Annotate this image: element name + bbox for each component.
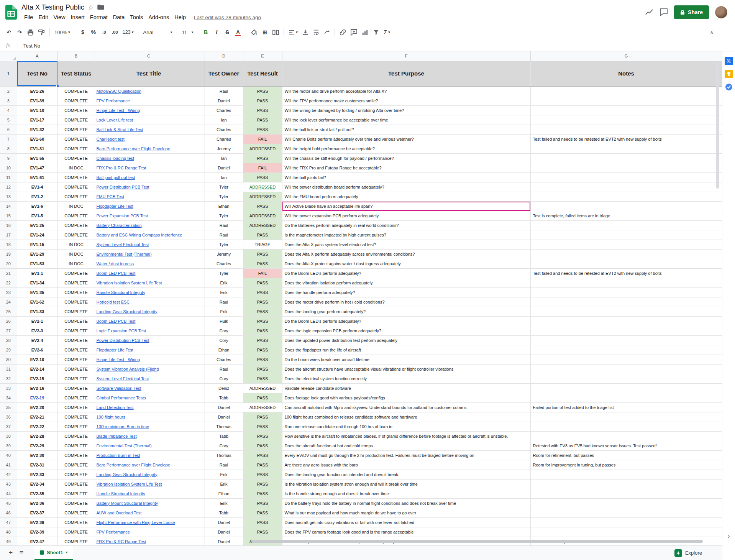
row-header-21[interactable]: 21 bbox=[0, 268, 17, 278]
cell-B47[interactable]: COMPLETE bbox=[57, 517, 95, 527]
cell-A13[interactable]: EV1-2 bbox=[17, 192, 57, 201]
cell-F36[interactable]: 100 flight hours combined on release can… bbox=[282, 412, 530, 422]
cell-E33[interactable]: ADDRESSED bbox=[243, 383, 282, 393]
test-title-link[interactable]: Power Distribution PCB Test bbox=[97, 338, 149, 343]
cell-B36[interactable]: COMPLETE bbox=[57, 412, 95, 422]
cell-E16[interactable]: ADDRESSED bbox=[243, 220, 282, 230]
cell-A38[interactable]: EV2-28 bbox=[17, 431, 57, 441]
row-header-49[interactable]: 49 bbox=[0, 537, 17, 545]
cell-E8[interactable]: ADDRESSED bbox=[243, 144, 282, 153]
cell-G12[interactable] bbox=[530, 182, 722, 192]
row-header-11[interactable]: 11 bbox=[0, 172, 17, 182]
menu-data[interactable]: Data bbox=[110, 13, 128, 21]
sheets-logo-icon[interactable] bbox=[5, 5, 17, 20]
test-title-link[interactable]: Lock Lever Life test bbox=[97, 118, 133, 122]
cell-C43[interactable]: Vibration Isolation System Life Test bbox=[95, 479, 203, 489]
column-header-C[interactable]: C bbox=[95, 51, 203, 61]
row-header-16[interactable]: 16 bbox=[0, 220, 17, 230]
cell-F25[interactable]: Does the landing gear perform adequately… bbox=[282, 307, 530, 316]
test-title-link[interactable]: Vibration Isolation System Life Test bbox=[97, 482, 162, 486]
cell-A10[interactable]: EV1-47 bbox=[17, 163, 57, 172]
filter-icon[interactable] bbox=[371, 27, 381, 37]
cell-E36[interactable]: PASS bbox=[243, 412, 282, 422]
cell-E7[interactable]: FAIL bbox=[243, 134, 282, 144]
cell-D35[interactable]: Daniel bbox=[205, 402, 243, 412]
cell-C47[interactable]: Flight Performance with Ring Lever Loose bbox=[95, 517, 203, 527]
cell-C34[interactable]: Gimbal Performance Tests bbox=[95, 393, 203, 402]
row-header-20[interactable]: 20 bbox=[0, 259, 17, 268]
cell-G1[interactable]: Notes bbox=[530, 61, 722, 86]
cell-A18[interactable]: EV1-15 bbox=[17, 240, 57, 249]
cell-D36[interactable]: Daniel bbox=[205, 412, 243, 422]
cell-A37[interactable]: EV2-22 bbox=[17, 422, 57, 431]
row-header-5[interactable]: 5 bbox=[0, 115, 17, 125]
collapse-toolbar-icon[interactable]: ∧ bbox=[710, 30, 714, 35]
cell-F21[interactable]: Do the Boom LED's perform adequately? bbox=[282, 268, 530, 278]
insert-comment-button[interactable] bbox=[349, 27, 359, 37]
cell-G10[interactable] bbox=[530, 163, 722, 172]
cell-E38[interactable]: PASS bbox=[243, 431, 282, 441]
cell-D11[interactable]: Ian bbox=[205, 172, 243, 182]
cell-A44[interactable]: EV2-35 bbox=[17, 489, 57, 498]
cell-C14[interactable]: Flopdapter Life Test bbox=[95, 201, 203, 211]
cell-B16[interactable]: COMPLETE bbox=[57, 220, 95, 230]
cell-A40[interactable]: EV2-30 bbox=[17, 450, 57, 460]
italic-button[interactable]: I bbox=[212, 27, 221, 37]
insert-chart-icon[interactable] bbox=[360, 27, 370, 37]
cell-E32[interactable]: PASS bbox=[243, 374, 282, 383]
cell-E9[interactable]: PASS bbox=[243, 153, 282, 163]
cell-C1[interactable]: Test Title bbox=[95, 61, 203, 86]
cell-F32[interactable]: Does the electrical system function corr… bbox=[282, 374, 530, 383]
row-header-43[interactable]: 43 bbox=[0, 479, 17, 489]
cell-D33[interactable]: Deniz bbox=[205, 383, 243, 393]
row-header-22[interactable]: 22 bbox=[0, 278, 17, 287]
share-button[interactable]: Share bbox=[674, 5, 709, 19]
cell-F46[interactable]: What is our max payload and how much mar… bbox=[282, 508, 530, 517]
tasks-icon[interactable] bbox=[725, 83, 733, 91]
cell-F48[interactable]: Does the FPV camera footage look good an… bbox=[282, 527, 530, 537]
cell-B9[interactable]: COMPLETE bbox=[57, 153, 95, 163]
cell-D34[interactable]: Tabb bbox=[205, 393, 243, 402]
cell-G42[interactable] bbox=[530, 470, 722, 479]
cell-F9[interactable]: Will the chassis be stiff enough for pay… bbox=[282, 153, 530, 163]
row-header-34[interactable]: 34 bbox=[0, 393, 17, 402]
cell-A45[interactable]: EV2-36 bbox=[17, 498, 57, 508]
row-header-4[interactable]: 4 bbox=[0, 105, 17, 115]
cell-A16[interactable]: EV1-25 bbox=[17, 220, 57, 230]
cell-A3[interactable]: EV1-39 bbox=[17, 96, 57, 105]
cell-A24[interactable]: EV1-62 bbox=[17, 297, 57, 307]
cell-D49[interactable]: Daniel bbox=[205, 537, 243, 545]
cell-B25[interactable]: COMPLETE bbox=[57, 307, 95, 316]
test-title-link[interactable]: Power Expansion PCB Test bbox=[97, 213, 148, 218]
cell-B19[interactable]: IN DOC bbox=[57, 249, 95, 259]
avatar[interactable] bbox=[715, 6, 727, 18]
test-title-link[interactable]: FRX Pro & RC Range Test bbox=[97, 539, 146, 544]
cell-C37[interactable]: 100hr minimum Burn in time bbox=[95, 422, 203, 431]
menu-help[interactable]: Help bbox=[172, 13, 189, 21]
cell-C3[interactable]: FPV Performance bbox=[95, 96, 203, 105]
menu-file[interactable]: File bbox=[21, 13, 36, 21]
cell-C11[interactable]: Ball joint pull out test bbox=[95, 172, 203, 182]
cell-G18[interactable] bbox=[530, 240, 722, 249]
cell-D8[interactable]: Jeremy bbox=[205, 144, 243, 153]
cell-F19[interactable]: Does the Alta X perform adequately acros… bbox=[282, 249, 530, 259]
test-title-link[interactable]: Logic Expansion PCB Test bbox=[97, 328, 146, 333]
cell-D32[interactable]: Cory bbox=[205, 374, 243, 383]
row-header-3[interactable]: 3 bbox=[0, 96, 17, 105]
column-header-B[interactable]: B bbox=[57, 51, 95, 61]
cell-G38[interactable] bbox=[530, 431, 722, 441]
cell-D31[interactable]: Raul bbox=[205, 364, 243, 374]
cell-C25[interactable]: Landing Gear Structural Integrity bbox=[95, 307, 203, 316]
cell-B37[interactable]: COMPLETE bbox=[57, 422, 95, 431]
cell-D6[interactable]: Charles bbox=[205, 125, 243, 134]
cell-G32[interactable] bbox=[530, 374, 722, 383]
cell-B32[interactable]: COMPLETE bbox=[57, 374, 95, 383]
cell-C28[interactable]: Power Distribution PCB Test bbox=[95, 335, 203, 345]
test-title-link[interactable]: AUW and Overload Test bbox=[97, 511, 142, 515]
cell-A6[interactable]: EV1-32 bbox=[17, 125, 57, 134]
cell-A21[interactable]: EV1-1 bbox=[17, 268, 57, 278]
row-header-7[interactable]: 7 bbox=[0, 134, 17, 144]
cell-G4[interactable] bbox=[530, 105, 722, 115]
format-percent-button[interactable]: % bbox=[89, 27, 98, 37]
merge-cells-button[interactable] bbox=[271, 27, 281, 37]
